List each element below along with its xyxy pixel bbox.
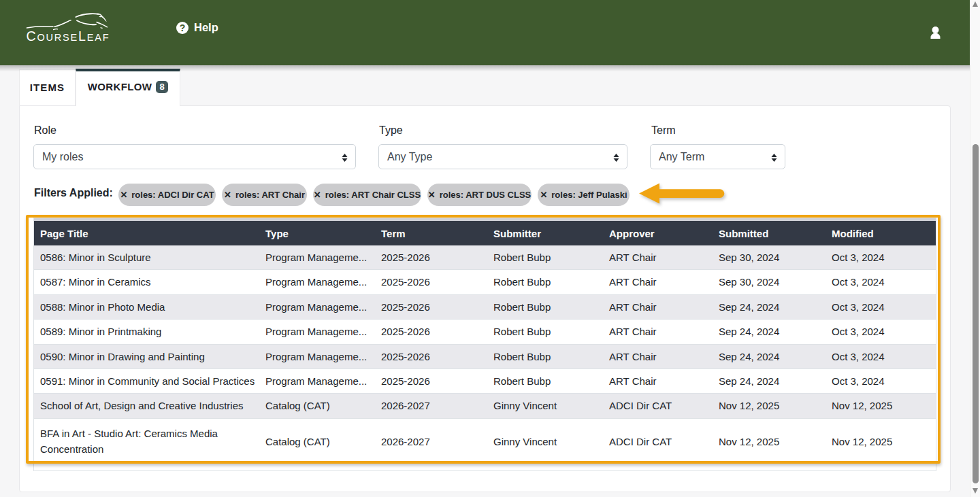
svg-text:COURSELEAF: COURSELEAF [27,29,110,44]
